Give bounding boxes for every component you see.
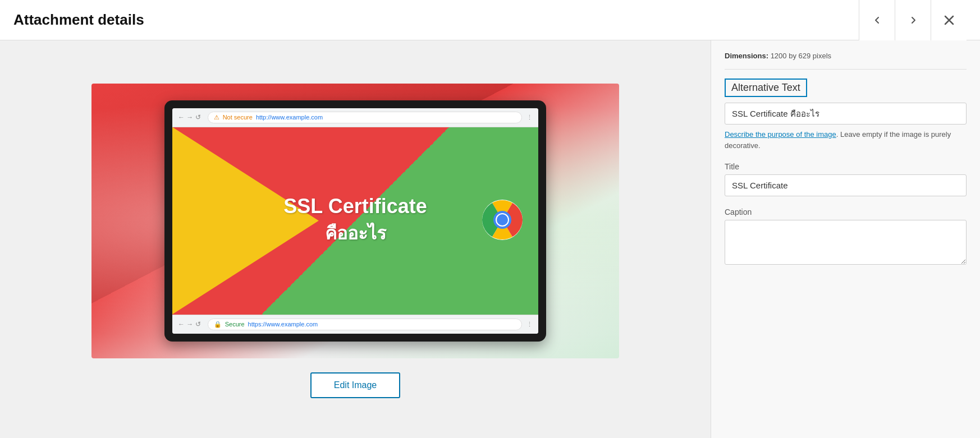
not-secure-label: Not secure bbox=[223, 114, 253, 121]
ssl-text-main: SSL Certificate bbox=[283, 194, 427, 218]
dots-menu-unsafe: ⋮ bbox=[526, 114, 533, 121]
title-input[interactable] bbox=[725, 174, 967, 196]
title-label: Title bbox=[725, 162, 967, 171]
warning-icon: ⚠ bbox=[214, 114, 219, 121]
url-safe: https://www.example.com bbox=[248, 321, 318, 328]
url-bar-safe: 🔒 Secure https://www.example.com bbox=[208, 319, 522, 330]
caption-group: Caption bbox=[725, 208, 967, 267]
close-button[interactable] bbox=[931, 0, 967, 40]
header-nav bbox=[859, 0, 967, 40]
image-container: ← → ↺ ⚠ Not secure http://www.example.co… bbox=[86, 81, 625, 361]
alt-text-label: Alternative Text bbox=[731, 82, 800, 93]
ssl-text-overlay: SSL Certificate คืออะไร bbox=[283, 194, 427, 247]
details-content: Dimensions: 1200 by 629 pixels Alternati… bbox=[711, 40, 980, 289]
secure-icon: 🔒 bbox=[214, 321, 222, 328]
browser-bar-safe: ← → ↺ 🔒 Secure https://www.example.com ⋮ bbox=[172, 315, 538, 334]
alt-text-input[interactable] bbox=[725, 103, 967, 125]
image-panel: ← → ↺ ⚠ Not secure http://www.example.co… bbox=[0, 40, 711, 438]
dimensions-value: 1200 by 629 pixels bbox=[771, 52, 831, 60]
caption-input[interactable] bbox=[725, 220, 967, 265]
details-panel: Dimensions: 1200 by 629 pixels Alternati… bbox=[711, 40, 980, 438]
screen-content: SSL Certificate คืออะไร bbox=[172, 127, 538, 315]
browser-nav-unsafe: ← → ↺ bbox=[178, 113, 201, 121]
secure-label: Secure bbox=[225, 321, 245, 328]
dots-menu-safe: ⋮ bbox=[526, 321, 533, 328]
edit-image-button[interactable]: Edit Image bbox=[310, 372, 400, 398]
title-group: Title bbox=[725, 162, 967, 196]
separator bbox=[725, 69, 967, 70]
alt-text-help-link[interactable]: Describe the purpose of the image bbox=[725, 130, 836, 139]
attachment-image: ← → ↺ ⚠ Not secure http://www.example.co… bbox=[91, 84, 619, 358]
chrome-logo bbox=[482, 200, 523, 242]
modal-body: ← → ↺ ⚠ Not secure http://www.example.co… bbox=[0, 40, 980, 438]
page-title: Attachment details bbox=[13, 11, 144, 29]
browser-nav-safe: ← → ↺ bbox=[178, 320, 201, 328]
dimensions-info: Dimensions: 1200 by 629 pixels bbox=[725, 52, 967, 60]
browser-bar-unsafe: ← → ↺ ⚠ Not secure http://www.example.co… bbox=[172, 108, 538, 127]
alt-text-label-container: Alternative Text bbox=[725, 79, 807, 97]
url-bar-unsafe: ⚠ Not secure http://www.example.com bbox=[208, 112, 522, 123]
laptop-graphic: ← → ↺ ⚠ Not secure http://www.example.co… bbox=[164, 100, 546, 342]
dimensions-label: Dimensions: bbox=[725, 52, 768, 60]
caption-label: Caption bbox=[725, 208, 967, 216]
ssl-text-sub: คืออะไร bbox=[283, 219, 427, 247]
alt-text-group: Alternative Text Describe the purpose of… bbox=[725, 79, 967, 151]
next-button[interactable] bbox=[895, 0, 931, 40]
svg-point-3 bbox=[497, 214, 508, 225]
modal-header: Attachment details bbox=[0, 0, 980, 40]
url-unsafe: http://www.example.com bbox=[256, 114, 323, 121]
alt-text-help: Describe the purpose of the image. Leave… bbox=[725, 129, 967, 151]
prev-button[interactable] bbox=[859, 0, 895, 40]
laptop-screen: ← → ↺ ⚠ Not secure http://www.example.co… bbox=[172, 108, 538, 334]
